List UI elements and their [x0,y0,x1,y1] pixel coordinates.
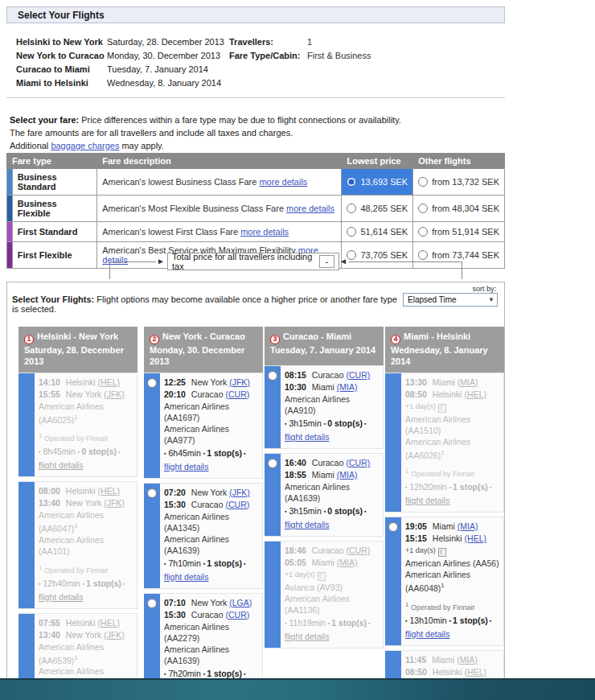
flight-details-link[interactable]: flight details [164,461,208,472]
flight-details-link[interactable]: flight details [285,631,329,642]
station-code-link[interactable]: (MIA) [337,470,358,480]
station-code-link[interactable]: (HEL) [98,618,120,628]
other-flights-radio[interactable] [418,250,428,260]
leg-date: Tuesday, 7. January 2014 [107,63,208,76]
flight-option: 16:40Curacao (CUR)18:55Miami (MIA)Americ… [265,453,384,537]
lowest-price-value: 13,693 SEK [360,177,408,187]
station-code-link[interactable]: (CUR) [346,546,370,555]
baggage-charges-link[interactable]: baggage charges [51,141,119,150]
station-code-link[interactable]: (MIA) [337,382,358,392]
flight-details-link[interactable]: flight details [285,431,329,443]
other-flights-header: Other flights [413,154,505,169]
separator-icon: ▪ [285,421,286,426]
station-code-link[interactable]: (CUR) [225,389,249,399]
fare-description-header: Fare description [97,154,342,169]
option-select-strip [144,484,160,588]
flight-details-link[interactable]: flight details [285,519,329,530]
station-code-link[interactable]: (JFK) [229,377,250,387]
flight-option-radio[interactable] [268,459,277,468]
station-code-link[interactable]: (CUR) [225,500,249,509]
duration: 12h40min [43,579,80,588]
flight-details-link[interactable]: flight details [405,628,449,640]
arr-time: 15:30 [164,610,186,620]
station-code-link[interactable]: (HEL) [98,377,120,387]
station-code-link[interactable]: (JFK) [104,630,125,640]
other-flights-cell[interactable]: from 13,732 SEK [413,169,505,196]
lowest-price-radio[interactable] [347,204,356,213]
more-details-link[interactable]: more details [259,177,307,187]
station-code-link[interactable]: (HEL) [465,389,486,399]
more-details-link[interactable]: more details [286,204,334,213]
leg-date: Wednesday, 8. January 2014 [391,344,499,367]
lowest-price-cell[interactable]: 48,265 SEK [342,196,413,222]
lowest-price-cell[interactable]: 51,614 SEK [342,222,413,242]
operated-by-text: Operated by Finnair [42,434,108,443]
station-code-link[interactable]: (LGA) [229,598,252,607]
arr-line: 13:40New York (JFK) [39,497,134,509]
station-code-link[interactable]: (HEL) [98,486,120,496]
station-code-link[interactable]: (CUR) [346,458,370,467]
separator-icon: ▪ [244,451,245,456]
station-code-link[interactable]: (MIA) [458,521,478,531]
lowest-price-cell[interactable]: 13,693 SEK [342,169,413,196]
flight-option-radio[interactable] [388,522,398,532]
station-code-link[interactable]: (JFK) [104,498,125,508]
arr-time: 13:40 [39,498,60,508]
flight-option-details: 13:30Miami (MIA)08:50Helsinki (HEL)+1 da… [401,373,503,513]
flight-details-link[interactable]: flight details [164,571,208,583]
station-code-link[interactable]: (MIA) [458,377,478,387]
separator-icon: ▪ [285,620,286,626]
dep-city: Curacao [312,370,347,380]
station-code-link[interactable]: (JFK) [104,389,125,399]
arr-city: New York [66,630,104,640]
arr-city: Curacao [191,610,226,620]
flight-option-radio[interactable] [268,371,277,381]
flight-option-radio[interactable] [147,599,157,608]
flight-option: 13:30Miami (MIA)08:50Helsinki (HEL)+1 da… [385,373,504,513]
fare-info-line3-suffix: may apply. [119,141,163,150]
arr-city: Miami [312,558,337,567]
other-flights-radio[interactable] [418,177,428,187]
dep-city: Miami [433,521,458,531]
station-code-link[interactable]: (CUR) [346,370,370,380]
flight-details-link[interactable]: flight details [39,591,83,603]
other-flights-cell[interactable]: from 51,914 SEK [413,222,505,242]
duration: 3h15min [289,418,321,428]
plus-days: +1 day(s)☾ [285,569,380,581]
flight-option-details: 19:05Miami (MIA)15:15Helsinki (HEL)+1 da… [401,517,503,645]
flight-option-radio[interactable] [147,488,157,498]
flight-option-radio[interactable] [147,378,157,388]
airline-name: American Airlines (AA6026)1 [405,436,501,461]
flight-details-link[interactable]: flight details [39,459,83,471]
station-code-link[interactable]: (CUR) [225,610,249,620]
arr-line: 15:30Curacao (CUR) [164,609,260,620]
station-code-link[interactable]: (MIA) [337,558,358,567]
separator-icon: ▪ [78,449,80,455]
panel-intro: Select Your Flights: Flight options may … [12,294,403,314]
lowest-price-radio[interactable] [347,250,356,260]
other-flights-radio[interactable] [418,227,428,237]
fare-description-text: American's Most Flexible Business Class … [102,204,284,213]
flight-option-details: 08:00Helsinki (HEL)13:40New York (JFK)Am… [35,482,137,608]
dep-time: 07:10 [164,598,186,607]
station-code-link[interactable]: (HEL) [465,533,486,543]
sort-select-value: Elapsed Time [408,295,457,304]
lowest-price-radio[interactable] [347,227,356,237]
footnote-marker: 1 [441,449,444,456]
station-code-link[interactable]: (JFK) [229,488,250,497]
more-details-link[interactable]: more details [240,227,289,237]
station-code-link[interactable]: (MIA) [457,655,478,665]
lowest-price-radio[interactable] [347,177,356,187]
dep-city: Curacao [312,458,347,467]
flight-option: 08:15Curacao (CUR)10:30Miami (MIA)Americ… [265,365,384,449]
station-code-link[interactable]: (HEL) [465,667,486,677]
flight-option-details: 12:25New York (JFK)20:10Curacao (CUR)Ame… [160,373,262,478]
other-flights-cell[interactable]: from 48,304 SEK [413,196,505,222]
flight-details-link[interactable]: flight details [405,495,449,506]
chevron-down-icon: ▼ [488,296,494,303]
sort-select[interactable]: Elapsed Time ▼ [403,293,498,307]
arr-city: Curacao [191,389,226,399]
flight-option: 19:05Miami (MIA)15:15Helsinki (HEL)+1 da… [385,517,504,646]
other-flights-radio[interactable] [418,204,428,213]
arr-city: New York [66,498,104,508]
